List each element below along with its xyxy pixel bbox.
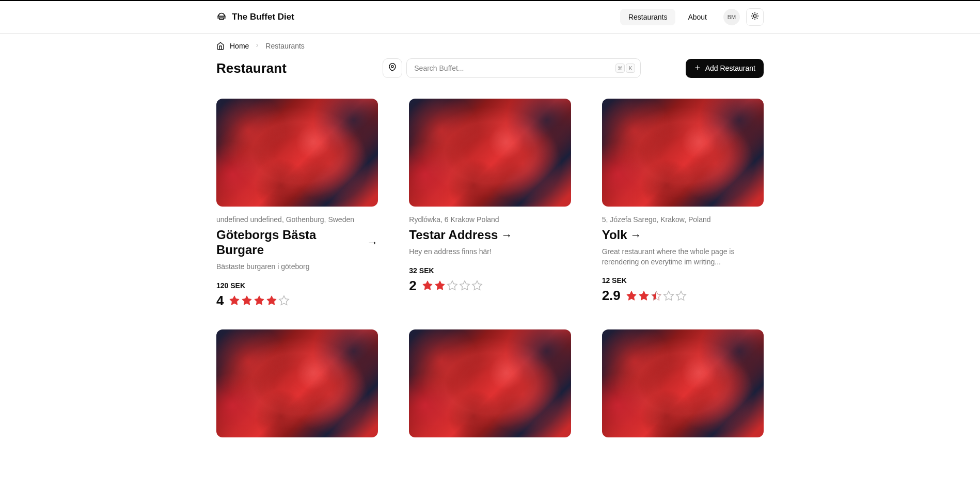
star-icon bbox=[663, 290, 674, 302]
restaurant-image[interactable] bbox=[216, 329, 378, 437]
svg-marker-16 bbox=[279, 296, 289, 305]
restaurant-card: Rydlówka, 6 Krakow Poland Testar Address… bbox=[409, 99, 571, 309]
svg-marker-17 bbox=[423, 281, 432, 290]
breadcrumb-restaurants[interactable]: Restaurants bbox=[265, 42, 304, 50]
avatar[interactable]: BM bbox=[723, 9, 740, 25]
star-icon bbox=[675, 290, 687, 302]
stars bbox=[422, 280, 483, 291]
svg-line-7 bbox=[752, 18, 753, 19]
search-box[interactable]: ⌘ K bbox=[406, 58, 641, 78]
add-restaurant-button[interactable]: Add Restaurant bbox=[686, 59, 764, 78]
restaurant-image[interactable] bbox=[409, 329, 571, 437]
kbd-k: K bbox=[626, 64, 635, 73]
restaurant-rating: 2.9 bbox=[602, 288, 764, 304]
svg-marker-14 bbox=[255, 296, 264, 305]
svg-marker-23 bbox=[639, 291, 649, 300]
breadcrumb-home[interactable]: Home bbox=[230, 42, 249, 50]
stars bbox=[626, 290, 687, 302]
page-header: Restaurant ⌘ K bbox=[216, 58, 764, 78]
restaurant-card bbox=[216, 329, 378, 446]
stars bbox=[229, 295, 290, 306]
theme-toggle-button[interactable] bbox=[746, 8, 764, 26]
rating-number: 2 bbox=[409, 278, 416, 294]
arrow-right-icon: → bbox=[630, 229, 642, 242]
svg-marker-13 bbox=[242, 296, 251, 305]
home-icon[interactable] bbox=[216, 42, 225, 50]
star-icon bbox=[266, 295, 277, 306]
star-icon bbox=[434, 280, 446, 291]
restaurant-title[interactable]: Yolk → bbox=[602, 228, 764, 243]
restaurant-price: 120 SEK bbox=[216, 281, 378, 290]
main-container: Home Restaurants Restaurant ⌘ K bbox=[206, 34, 774, 446]
star-icon bbox=[651, 290, 662, 302]
restaurant-image[interactable] bbox=[409, 99, 571, 207]
restaurant-rating: 4 bbox=[216, 293, 378, 309]
svg-marker-26 bbox=[664, 291, 673, 300]
kbd-shortcut: ⌘ K bbox=[615, 64, 635, 73]
star-icon bbox=[638, 290, 650, 302]
restaurant-card bbox=[409, 329, 571, 446]
restaurant-description: Bästaste burgaren i göteborg bbox=[216, 262, 378, 272]
header-inner: The Buffet Diet Restaurants About BM bbox=[206, 1, 774, 33]
star-icon bbox=[278, 295, 290, 306]
svg-line-4 bbox=[757, 18, 757, 19]
restaurant-address: undefined undefined, Gothenburg, Sweden bbox=[216, 215, 378, 225]
search-input[interactable] bbox=[414, 64, 611, 72]
svg-marker-12 bbox=[230, 296, 239, 305]
nav-group: Restaurants About BM bbox=[620, 8, 764, 26]
restaurant-title[interactable]: Göteborgs Bästa Burgare → bbox=[216, 228, 378, 258]
svg-marker-18 bbox=[435, 281, 445, 290]
svg-line-3 bbox=[752, 13, 753, 14]
arrow-right-icon: → bbox=[367, 236, 378, 249]
restaurant-title[interactable]: Testar Address → bbox=[409, 228, 571, 243]
restaurant-description: Hey en address finns här! bbox=[409, 247, 571, 257]
nav-restaurants[interactable]: Restaurants bbox=[620, 9, 675, 25]
breadcrumb: Home Restaurants bbox=[216, 34, 764, 58]
rating-number: 4 bbox=[216, 293, 224, 309]
svg-marker-22 bbox=[627, 291, 636, 300]
restaurant-address: Rydlówka, 6 Krakow Poland bbox=[409, 215, 571, 225]
restaurant-card: 5, Józefa Sarego, Krakow, Poland Yolk → … bbox=[602, 99, 764, 309]
restaurant-description: Great restaurant where the whole page is… bbox=[602, 247, 764, 267]
svg-point-9 bbox=[391, 66, 393, 68]
svg-point-0 bbox=[753, 14, 756, 17]
header: The Buffet Diet Restaurants About BM bbox=[0, 1, 980, 34]
star-icon bbox=[471, 280, 483, 291]
plus-icon bbox=[694, 64, 701, 73]
restaurant-image[interactable] bbox=[602, 329, 764, 437]
restaurant-card bbox=[602, 329, 764, 446]
kbd-cmd: ⌘ bbox=[615, 64, 625, 73]
svg-marker-21 bbox=[472, 281, 482, 290]
restaurant-rating: 2 bbox=[409, 278, 571, 294]
page-title: Restaurant bbox=[216, 60, 287, 76]
sun-icon bbox=[751, 12, 759, 22]
location-button[interactable] bbox=[383, 58, 402, 78]
restaurant-grid: undefined undefined, Gothenburg, Sweden … bbox=[216, 99, 764, 446]
svg-line-8 bbox=[757, 13, 757, 14]
star-icon bbox=[447, 280, 458, 291]
star-icon bbox=[459, 280, 470, 291]
restaurant-price: 32 SEK bbox=[409, 266, 571, 275]
restaurant-image[interactable] bbox=[602, 99, 764, 207]
search-group: ⌘ K bbox=[383, 58, 641, 78]
logo-text: The Buffet Diet bbox=[232, 12, 294, 22]
svg-marker-19 bbox=[448, 281, 457, 290]
nav-about[interactable]: About bbox=[679, 9, 715, 25]
svg-marker-15 bbox=[267, 296, 276, 305]
rating-number: 2.9 bbox=[602, 288, 621, 304]
chevron-right-icon bbox=[254, 42, 260, 50]
restaurant-image[interactable] bbox=[216, 99, 378, 207]
logo[interactable]: The Buffet Diet bbox=[216, 12, 294, 22]
star-icon bbox=[229, 295, 240, 306]
star-icon bbox=[422, 280, 433, 291]
logo-icon bbox=[216, 12, 227, 22]
pin-icon bbox=[388, 63, 397, 73]
star-icon bbox=[241, 295, 252, 306]
star-icon bbox=[254, 295, 265, 306]
svg-marker-27 bbox=[676, 291, 686, 300]
restaurant-price: 12 SEK bbox=[602, 276, 764, 285]
svg-marker-20 bbox=[460, 281, 469, 290]
restaurant-address: 5, Józefa Sarego, Krakow, Poland bbox=[602, 215, 764, 225]
arrow-right-icon: → bbox=[501, 229, 512, 242]
restaurant-card: undefined undefined, Gothenburg, Sweden … bbox=[216, 99, 378, 309]
